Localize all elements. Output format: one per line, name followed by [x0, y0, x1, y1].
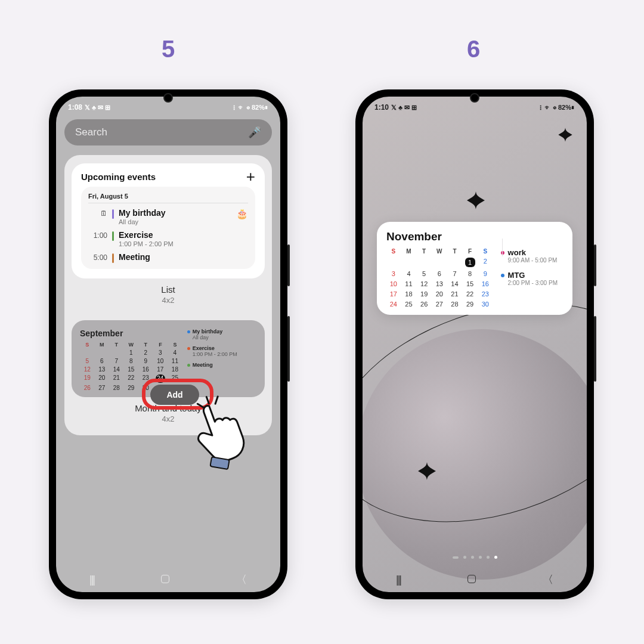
event-time: 5:00	[88, 252, 107, 262]
event-title: Meeting	[119, 252, 248, 262]
nav-bar: ||| 〈	[363, 567, 587, 592]
upcoming-title: Upcoming events	[81, 172, 156, 182]
sparkle-icon	[465, 190, 487, 211]
widget-name: List	[72, 284, 265, 295]
phone-mockup-6: 1:10 𝕏 ♣ ✉ ⊞ ⋮ ᯤ ⊘ 82%▮ November SMTWTFS…	[355, 89, 594, 599]
nav-bar: ||| 〈	[56, 567, 280, 592]
plus-icon[interactable]: +	[246, 173, 255, 181]
event-sub: All day	[119, 218, 231, 225]
event-list: Fri, August 5 🗓 My birthday All day 🎂 1:…	[81, 187, 255, 269]
screen-home[interactable]: 1:10 𝕏 ♣ ✉ ⊞ ⋮ ᯤ ⊘ 82%▮ November SMTWTFS…	[363, 97, 587, 592]
nav-back[interactable]: 〈	[543, 572, 553, 587]
camera-punch-hole	[470, 93, 479, 103]
event-row: 1:00 Exercise 1:00 PM - 2:00 PM	[88, 230, 248, 247]
nav-home[interactable]	[467, 574, 476, 586]
camera-punch-hole	[163, 93, 173, 103]
tap-pointer-icon	[185, 391, 256, 476]
event-title: Exercise	[119, 230, 248, 240]
event-date: Fri, August 5	[88, 193, 248, 203]
cake-icon: 🎂	[236, 208, 248, 219]
step-number-5: 5	[162, 36, 175, 63]
status-time: 1:08	[68, 103, 82, 112]
event-time: 1:00	[88, 230, 107, 240]
status-icons-left: 𝕏 ♣ ✉ ⊞	[85, 104, 110, 112]
sparkle-icon	[557, 126, 574, 143]
status-icons-left: 𝕏 ♣ ✉ ⊞	[391, 104, 417, 112]
event-title: My birthday	[119, 208, 231, 218]
calendar-icon: 🗓	[88, 208, 107, 218]
search-input[interactable]: Search 🎤	[64, 119, 272, 145]
nav-home[interactable]	[161, 574, 169, 586]
nav-recents[interactable]: |||	[396, 574, 401, 586]
event-row: 5:00 Meeting	[88, 252, 248, 263]
widget-preview-list[interactable]: Upcoming events + Fri, August 5 🗓 My bir…	[72, 163, 265, 278]
widget-picker-panel: Upcoming events + Fri, August 5 🗓 My bir…	[64, 155, 272, 435]
mic-icon[interactable]: 🎤	[248, 126, 261, 139]
screen-widget-picker: 1:08 𝕏 ♣ ✉ ⊞ ⋮ ᯤ ⊘ 82%▮ Search 🎤 Upcomin…	[56, 97, 280, 592]
nav-recents[interactable]: |||	[89, 574, 94, 586]
calendar-widget[interactable]: November SMTWTFS123456789101112131415161…	[377, 222, 572, 315]
widget-dimensions: 4x2	[72, 296, 265, 305]
phone-mockup-5: 1:08 𝕏 ♣ ✉ ⊞ ⋮ ᯤ ⊘ 82%▮ Search 🎤 Upcomin…	[49, 89, 287, 599]
event-sub: 1:00 PM - 2:00 PM	[119, 240, 248, 247]
status-icons-right: ⋮ ᯤ ⊘ 82%▮	[233, 104, 268, 111]
sparkle-icon	[416, 460, 438, 482]
status-icons-right: ⋮ ᯤ ⊘ 82%▮	[539, 104, 575, 111]
page-indicator[interactable]	[363, 556, 587, 559]
step-number-6: 6	[467, 36, 480, 63]
widget-month-title: November	[386, 230, 493, 243]
svg-line-3	[213, 397, 220, 404]
status-time: 1:10	[374, 103, 389, 112]
nav-back[interactable]: 〈	[236, 572, 247, 587]
search-placeholder: Search	[75, 126, 107, 138]
mini-month-title: September	[80, 329, 182, 338]
event-row: 🗓 My birthday All day 🎂	[88, 208, 248, 225]
svg-line-2	[206, 397, 209, 404]
